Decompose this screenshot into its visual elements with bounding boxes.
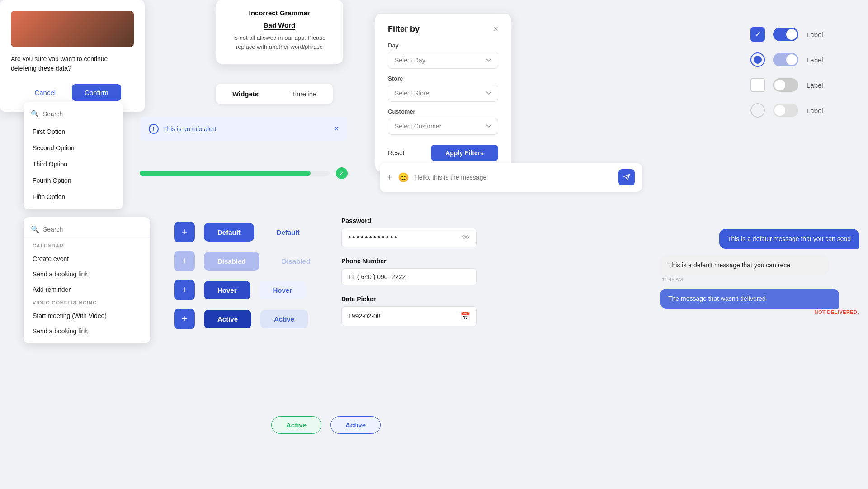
phone-label: Phone Number: [341, 257, 477, 265]
plus-btn-hover[interactable]: +: [174, 280, 195, 300]
calendar-icon[interactable]: 📅: [460, 311, 470, 321]
checkbox-checked[interactable]: ✓: [750, 27, 765, 42]
toggle-knob-4: [774, 105, 785, 116]
ghost-btn-default[interactable]: Default: [263, 223, 313, 242]
plus-btn-default[interactable]: +: [174, 222, 195, 242]
filter-close-button[interactable]: ×: [493, 24, 498, 34]
password-input-wrap: 👁: [341, 228, 477, 247]
alert-text: This is an info alert: [163, 125, 217, 133]
solid-btn-default[interactable]: Default: [204, 223, 254, 242]
radio-disabled[interactable]: [750, 103, 765, 118]
cal-start-meeting[interactable]: Start meeting (With Video): [24, 308, 150, 323]
radio-checked[interactable]: [750, 52, 765, 67]
calendar-search-bar: 🔍: [24, 222, 150, 237]
store-select[interactable]: Select Store: [388, 85, 498, 102]
password-label: Password: [341, 217, 477, 224]
grammar-popup: Incorrect Grammar Bad Word Is not all al…: [216, 0, 343, 64]
dropdown-option-3[interactable]: Third Option: [24, 156, 123, 172]
password-input[interactable]: [348, 233, 462, 242]
calendar-search-icon: 🔍: [31, 225, 39, 233]
day-select[interactable]: Select Day: [388, 52, 498, 69]
chat-send-button[interactable]: [618, 169, 635, 185]
controls-section: ✓ Label Label Label Label: [741, 18, 868, 127]
chat-messages-section: This is a default message that you can s…: [651, 222, 868, 322]
not-delivered-status: NOT DELIVERED,: [660, 309, 859, 315]
dropdown-option-4[interactable]: Fourth Option: [24, 172, 123, 189]
dropdown-search-list: 🔍 First Option Second Option Third Optio…: [24, 102, 123, 209]
calendar-dropdown: 🔍 CALENDAR Create event Send a booking l…: [24, 217, 150, 343]
toggle-off-light[interactable]: [773, 78, 798, 92]
filter-header: Filter by ×: [388, 24, 498, 34]
toggle-off-gray[interactable]: [773, 104, 798, 117]
toggle-knob-2: [786, 54, 797, 65]
confirm-button[interactable]: Confirm: [72, 84, 121, 101]
eye-icon[interactable]: 👁: [462, 233, 470, 242]
plus-btn-active[interactable]: +: [174, 309, 195, 329]
control-label-1: Label: [807, 31, 823, 38]
ghost-btn-hover[interactable]: Hover: [259, 281, 306, 299]
plus-btn-disabled: +: [174, 251, 195, 271]
progress-check-icon: ✓: [336, 167, 348, 179]
customer-select[interactable]: Select Customer: [388, 118, 498, 135]
dropdown-search-input[interactable]: [43, 110, 116, 118]
btn-row-default: + Default Default: [174, 222, 324, 242]
solid-btn-disabled: Disabled: [204, 252, 259, 271]
dropdown-option-1[interactable]: First Option: [24, 123, 123, 140]
tabs-bar: Widgets Timeline: [216, 84, 333, 104]
msg-sent-1: This is a default message that you can s…: [719, 229, 859, 249]
cancel-button[interactable]: Cancel: [24, 84, 66, 101]
toggle-on-1[interactable]: [773, 28, 798, 41]
control-row-4: Label: [750, 103, 859, 118]
cal-add-reminder[interactable]: Add reminder: [24, 282, 150, 297]
btn-row-disabled: + Disabled Disabled: [174, 251, 324, 271]
checkbox-unchecked[interactable]: [750, 78, 765, 92]
cal-booking-link-2[interactable]: Send a booking link: [24, 323, 150, 339]
radio-inner: [754, 56, 762, 64]
apply-filters-button[interactable]: Apply Filters: [431, 145, 498, 161]
form-section: Password 👁 Phone Number +1 ( 640 ) 090- …: [341, 217, 477, 336]
calendar-search-input[interactable]: [43, 226, 143, 233]
alert-close-button[interactable]: ×: [335, 125, 339, 133]
bad-word-label: Bad Word: [264, 21, 296, 30]
grammar-body: Is not all allowed in our app. Please re…: [229, 33, 330, 51]
badge-active-green[interactable]: Active: [271, 416, 321, 434]
chat-input-bar: + 😊: [380, 163, 642, 192]
phone-group: Phone Number +1 ( 640 ) 090- 2222: [341, 257, 477, 285]
msg-received-1: This is a default message that you can r…: [660, 255, 829, 275]
password-group: Password 👁: [341, 217, 477, 247]
filter-panel: Filter by × Day Select Day Store Select …: [375, 14, 511, 172]
toggle-half[interactable]: [773, 53, 798, 66]
store-label: Store: [388, 75, 498, 82]
tab-widgets[interactable]: Widgets: [216, 84, 275, 104]
dialog-body-text: Are you sure you wan't to continue delet…: [11, 54, 134, 73]
msg-failed-wrap: The message that wasn't delivered NOT DE…: [660, 289, 859, 315]
toggle-knob-3: [774, 80, 785, 90]
solid-btn-active[interactable]: Active: [204, 310, 251, 328]
phone-input[interactable]: +1 ( 640 ) 090- 2222: [348, 273, 470, 280]
toggle-knob-1: [786, 29, 797, 40]
search-icon: 🔍: [31, 110, 39, 118]
dropdown-option-5[interactable]: Fifth Option: [24, 189, 123, 205]
cal-booking-link[interactable]: Send a booking link: [24, 266, 150, 282]
solid-btn-hover[interactable]: Hover: [204, 281, 250, 299]
badge-active-blue[interactable]: Active: [330, 416, 381, 434]
dialog-image: [11, 11, 134, 47]
btn-row-hover: + Hover Hover: [174, 280, 324, 300]
date-input[interactable]: 1992-02-08: [348, 313, 460, 320]
grammar-title: Incorrect Grammar: [229, 9, 330, 17]
ghost-btn-active[interactable]: Active: [260, 310, 308, 328]
confirm-dialog: Are you sure you wan't to continue delet…: [0, 0, 145, 112]
chat-plus-icon[interactable]: +: [387, 172, 392, 183]
phone-input-wrap: +1 ( 640 ) 090- 2222: [341, 268, 477, 285]
dropdown-option-2[interactable]: Second Option: [24, 140, 123, 156]
dropdown-search-bar: 🔍: [24, 106, 123, 122]
control-row-1: ✓ Label: [750, 27, 859, 42]
reset-button[interactable]: Reset: [388, 149, 405, 157]
info-icon: !: [149, 124, 159, 134]
tab-timeline[interactable]: Timeline: [275, 84, 333, 104]
chat-text-input[interactable]: [415, 174, 613, 181]
chat-emoji-icon[interactable]: 😊: [398, 172, 409, 183]
control-label-2: Label: [807, 56, 823, 64]
cal-create-event[interactable]: Create event: [24, 251, 150, 266]
date-label: Date Picker: [341, 295, 477, 303]
